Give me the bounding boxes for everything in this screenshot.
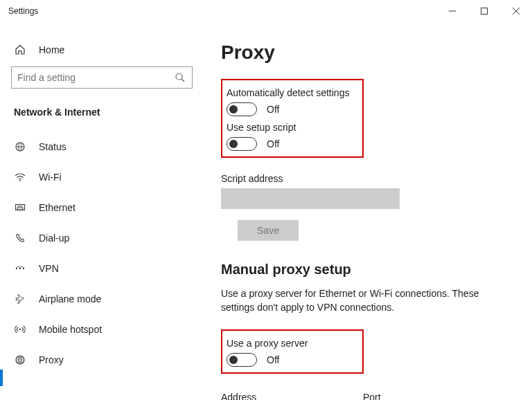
titlebar: Settings xyxy=(0,0,532,22)
close-button[interactable] xyxy=(500,0,532,22)
toggle-auto-detect-state: Off xyxy=(267,104,279,115)
sidebar-item-vpn[interactable]: VPN xyxy=(0,253,204,284)
manual-setup-desc: Use a proxy server for Ethernet or Wi-Fi… xyxy=(221,287,512,314)
status-icon xyxy=(14,141,26,152)
highlight-manual-section: Use a proxy server Off xyxy=(221,329,364,374)
toggle-use-proxy[interactable] xyxy=(227,353,257,367)
highlight-auto-section: Automatically detect settings Off Use se… xyxy=(221,79,364,158)
sidebar-item-label: Airplane mode xyxy=(39,293,101,304)
sidebar-item-airplane[interactable]: Airplane mode xyxy=(0,284,204,314)
address-label: Address xyxy=(221,392,342,400)
home-label: Home xyxy=(39,44,64,55)
sidebar-item-label: VPN xyxy=(39,263,59,274)
nav-list: Status Wi-Fi Ethernet xyxy=(0,131,204,375)
category-header: Network & Internet xyxy=(0,97,204,131)
toggle-use-proxy-state: Off xyxy=(267,354,279,365)
hotspot-icon xyxy=(14,324,26,335)
search-icon xyxy=(174,72,186,83)
window-title: Settings xyxy=(8,6,38,16)
toggle-setup-script-state: Off xyxy=(267,138,279,149)
page-title: Proxy xyxy=(221,42,518,64)
search-input[interactable] xyxy=(11,66,193,89)
ethernet-icon xyxy=(14,202,26,213)
home-icon xyxy=(14,44,26,55)
window-controls xyxy=(436,0,532,22)
sidebar-item-hotspot[interactable]: Mobile hotspot xyxy=(0,314,204,345)
toggle-setup-script[interactable] xyxy=(227,137,257,151)
sidebar-item-ethernet[interactable]: Ethernet xyxy=(0,192,204,223)
svg-point-3 xyxy=(19,180,21,181)
port-label: Port xyxy=(363,392,439,400)
sidebar-item-status[interactable]: Status xyxy=(0,131,204,162)
svg-rect-0 xyxy=(481,8,488,15)
toggle-auto-detect[interactable] xyxy=(227,102,257,116)
auto-detect-label: Automatically detect settings xyxy=(227,87,355,98)
script-address-label: Script address xyxy=(221,173,518,184)
vpn-icon xyxy=(14,263,26,274)
sidebar-item-label: Dial-up xyxy=(39,233,69,244)
sidebar-item-label: Ethernet xyxy=(39,202,76,213)
svg-point-1 xyxy=(176,73,182,80)
save-button[interactable]: Save xyxy=(238,220,299,241)
wifi-icon xyxy=(14,172,26,183)
manual-setup-header: Manual proxy setup xyxy=(221,262,518,278)
sidebar-item-label: Status xyxy=(39,141,66,152)
dialup-icon xyxy=(14,233,26,244)
sidebar-item-label: Proxy xyxy=(39,354,64,365)
proxy-icon xyxy=(14,354,26,365)
minimize-button[interactable] xyxy=(436,0,468,22)
sidebar-item-label: Mobile hotspot xyxy=(39,324,102,335)
maximize-button[interactable] xyxy=(468,0,500,22)
use-proxy-label: Use a proxy server xyxy=(227,338,355,349)
sidebar: Home Network & Internet Status xyxy=(0,22,204,400)
svg-rect-5 xyxy=(17,208,23,210)
sidebar-item-dialup[interactable]: Dial-up xyxy=(0,223,204,253)
airplane-icon xyxy=(14,293,26,304)
svg-point-9 xyxy=(19,329,21,331)
script-address-input[interactable] xyxy=(221,188,400,209)
sidebar-item-proxy[interactable]: Proxy xyxy=(0,345,204,375)
accent-indicator xyxy=(0,370,3,386)
sidebar-item-wifi[interactable]: Wi-Fi xyxy=(0,162,204,192)
search-field[interactable] xyxy=(17,72,174,83)
sidebar-item-label: Wi-Fi xyxy=(39,172,62,183)
setup-script-label: Use setup script xyxy=(227,122,355,133)
home-nav[interactable]: Home xyxy=(0,39,204,65)
content-pane: Proxy Automatically detect settings Off … xyxy=(204,22,532,400)
